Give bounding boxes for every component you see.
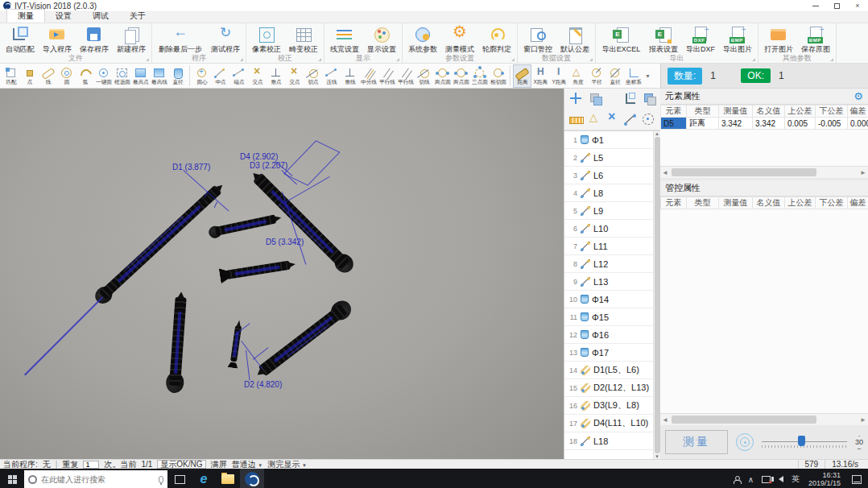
tab-debug[interactable]: 调试 — [82, 10, 119, 23]
tool-radius[interactable]: 半径 — [587, 64, 606, 88]
tool-highest-line[interactable]: 最高线 — [150, 64, 168, 88]
taskbar-search[interactable] — [24, 470, 167, 488]
tab-measure[interactable]: 测量 — [6, 9, 45, 23]
list-item[interactable]: 4L8 — [564, 184, 660, 202]
tab-about[interactable]: 关于 — [119, 10, 156, 23]
gear-icon[interactable]: ⚙ — [854, 91, 863, 101]
tool-parallel-line[interactable]: 平行线 — [378, 64, 396, 88]
auto-match-button[interactable]: 自动匹配 — [2, 23, 39, 54]
vertical-scrollbar[interactable]: ▲▼ — [653, 131, 660, 459]
scroll-right-arrow[interactable]: ► — [860, 416, 866, 424]
measure-mode-button[interactable]: 测量模式 — [441, 23, 478, 54]
threshold-slider[interactable] — [762, 434, 847, 450]
tool-box-select-circle[interactable]: 框选圆 — [113, 64, 131, 88]
slider-decrease[interactable]: − — [857, 445, 861, 452]
tool-line[interactable]: 线 — [39, 64, 57, 88]
tool-tangent-point[interactable]: 切点 — [304, 64, 322, 88]
tool-diameter[interactable]: 直径 — [168, 64, 187, 88]
circle-tool-icon[interactable] — [642, 113, 655, 126]
tool-bisector-line[interactable]: 中分线 — [359, 64, 378, 88]
edge-browser-button[interactable]: e — [192, 469, 216, 488]
tool-two-point-circle[interactable]: 两点圆 — [433, 64, 452, 88]
image-canvas[interactable]: D1 (3.877) D4 (2.902) D3 (2.207) D5 (3.3… — [0, 89, 564, 459]
list-item[interactable]: 13Φ17 — [564, 344, 660, 362]
tool-endpoint[interactable]: 端点 — [229, 64, 248, 88]
tool-coordinate-system[interactable]: 坐标系 — [624, 64, 643, 88]
people-tray-icon[interactable] — [730, 469, 744, 488]
list-item[interactable]: 7L11 — [564, 238, 660, 255]
toolbar-overflow-arrow[interactable]: ▼ — [645, 73, 651, 79]
microphone-icon[interactable] — [159, 476, 163, 483]
display-after-measure-button[interactable]: 测完显示 ▼ — [267, 459, 307, 470]
new-program-button[interactable]: 新建程序 — [113, 23, 150, 54]
volume-icon[interactable] — [775, 469, 787, 488]
tool-parallel-line-2[interactable]: 平行线 — [396, 64, 415, 88]
coordinate-axes-icon[interactable] — [623, 92, 636, 105]
tool-circle[interactable]: 圆 — [57, 64, 76, 88]
tool-circle-center[interactable]: 圆心 — [192, 64, 211, 88]
list-item[interactable]: 14D1(L5、L6) — [564, 362, 660, 379]
search-input[interactable] — [41, 475, 155, 484]
list-item[interactable]: 16D3(L9、L8) — [564, 397, 660, 415]
hidden-icons-chevron[interactable]: ∧ — [744, 469, 758, 488]
tool-distance[interactable]: 距离 — [513, 64, 531, 88]
export-dxf-button[interactable]: DXF导出DXF — [682, 23, 719, 54]
list-item[interactable]: 2L5 — [564, 149, 660, 167]
contour-judgment-button[interactable]: 轮廓判定 — [478, 23, 515, 54]
list-item[interactable]: 8L12 — [564, 255, 660, 273]
scrollbar-thumb[interactable] — [672, 168, 816, 176]
list-item[interactable]: 12Φ16 — [564, 326, 660, 344]
open-image-button[interactable]: 打开图片 — [760, 23, 797, 54]
tool-foot-point[interactable]: 垂点 — [267, 64, 285, 88]
taskbar-clock[interactable]: 16:31 2019/1/15 — [804, 471, 845, 487]
save-original-button[interactable]: BMP保存原图 — [797, 23, 834, 54]
tool-midpoint[interactable]: 中点 — [211, 64, 229, 88]
tool-point[interactable]: 点 — [20, 64, 39, 88]
measure-button[interactable]: 测量 — [665, 430, 728, 454]
tool-tangent-circle[interactable]: 相切圆 — [489, 64, 507, 88]
move-icon[interactable] — [569, 92, 582, 105]
slider-handle[interactable] — [798, 436, 805, 446]
ruler-icon[interactable] — [569, 117, 584, 124]
list-item[interactable]: 6L10 — [564, 220, 660, 238]
window-control-button[interactable]: 窗口管控 — [519, 23, 556, 54]
pixel-calibration-button[interactable]: 像素校正 — [248, 23, 285, 54]
scroll-left-arrow[interactable]: ◄ — [662, 416, 668, 424]
tool-perpendicular-line[interactable]: 垂线 — [341, 64, 359, 88]
list-item[interactable]: 9L13 — [564, 273, 660, 291]
save-program-button[interactable]: 保存程序 — [76, 23, 113, 54]
file-explorer-button[interactable] — [216, 469, 240, 488]
scroll-right-arrow[interactable]: ► — [860, 169, 866, 176]
tool-highest-point[interactable]: 最高点 — [131, 64, 150, 88]
tool-three-point-circle[interactable]: 三点圆 — [470, 64, 489, 88]
list-item[interactable]: 10Φ14 — [564, 291, 660, 308]
horizontal-scrollbar[interactable]: ◄► — [660, 414, 868, 425]
tool-diameter-measure[interactable]: 直径 — [606, 64, 624, 88]
distortion-correction-button[interactable]: 畸变校正 — [285, 23, 322, 54]
ivt-vision-app-button[interactable] — [240, 469, 264, 488]
export-excel-button[interactable]: 导出EXCEL — [597, 23, 645, 54]
list-item[interactable]: 1Φ1 — [564, 131, 660, 149]
maximize-button[interactable] — [826, 0, 847, 11]
task-view-button[interactable] — [167, 469, 192, 488]
start-button[interactable] — [0, 469, 24, 488]
scroll-up-arrow[interactable]: ▲ — [655, 131, 659, 136]
tool-intersection[interactable]: 交点 — [248, 64, 267, 88]
minimize-button[interactable] — [805, 0, 826, 11]
tab-settings[interactable]: 设置 — [45, 10, 82, 23]
default-tolerance-button[interactable]: 默认公差 — [556, 23, 593, 54]
delete-icon[interactable] — [606, 113, 619, 126]
show-okng-button[interactable]: 显示OK/NG — [157, 460, 205, 469]
angle-tool-icon[interactable] — [589, 113, 601, 126]
tool-y-distance[interactable]: Y距离 — [550, 64, 568, 88]
import-program-button[interactable]: 导入程序 — [39, 23, 76, 54]
line-tool-icon[interactable] — [624, 113, 637, 126]
table-row[interactable]: D5距离3.3423.3420.005-0.0050.000 — [661, 118, 868, 130]
tool-angle[interactable]: 角度 — [568, 64, 587, 88]
list-item[interactable]: 3L6 — [564, 167, 660, 184]
tool-connect-line[interactable]: 连线 — [322, 64, 341, 88]
display-settings-button[interactable]: 显示设置 — [363, 23, 400, 54]
tool-intersection-2[interactable]: 交点 — [285, 64, 304, 88]
tool-one-key-circle[interactable]: 一键圆 — [94, 64, 113, 88]
system-params-button[interactable]: 系统参数 — [404, 23, 441, 54]
